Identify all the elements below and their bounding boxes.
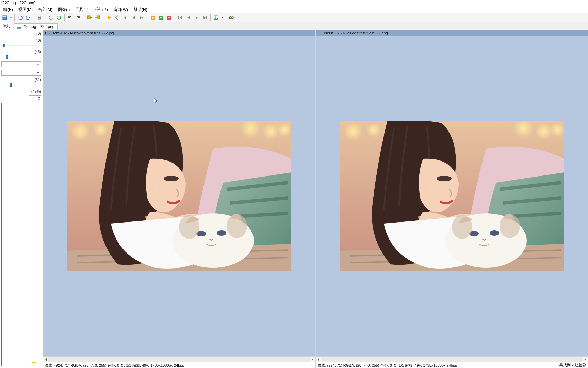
copy-left-icon[interactable] (86, 14, 93, 21)
side-tab-folder[interactable]: 件夹 (0, 22, 12, 30)
last-diff-icon[interactable] (201, 14, 208, 21)
play-icon[interactable] (105, 14, 112, 21)
align-right-icon[interactable] (75, 14, 82, 21)
spinner-down-icon[interactable] (37, 98, 41, 101)
save-dropdown[interactable] (10, 16, 12, 19)
right-path[interactable]: C:\Users\10250\Desktop\test files\222.pn… (316, 30, 588, 36)
diff-prev-icon[interactable] (158, 14, 164, 21)
scroll-right-icon[interactable] (310, 357, 315, 362)
right-image (340, 121, 564, 271)
scroll-right-icon[interactable] (583, 357, 588, 362)
side-panel: × (12) (40) (45) (51) (49%) (0, 30, 43, 368)
svg-point-24 (231, 17, 233, 19)
diff-toggle-icon[interactable] (166, 14, 173, 21)
menu-tools[interactable]: 工具(T) (72, 6, 91, 13)
svg-rect-6 (68, 17, 70, 18)
slider-4[interactable] (1, 82, 41, 87)
align-left-icon[interactable] (67, 14, 74, 21)
svg-point-44 (366, 122, 381, 137)
page-spinner[interactable] (1, 95, 41, 101)
print-icon[interactable] (36, 14, 43, 21)
save-icon[interactable] (1, 14, 8, 21)
svg-point-55 (452, 215, 472, 239)
menu-merge[interactable]: 合并(M) (35, 6, 55, 13)
diff-marker-icon (32, 362, 36, 363)
menu-bar: 辑(E) 视图(M) 合并(M) 图像(I) 工具(T) 插件(P) 窗口(W)… (0, 6, 588, 13)
image-settings-dropdown[interactable] (221, 16, 224, 19)
tab-bar: 件夹 222.jpg - 222.png (0, 22, 588, 30)
right-image-viewport[interactable] (316, 36, 588, 356)
toolbar (0, 13, 588, 22)
right-h-scrollbar[interactable] (316, 356, 588, 362)
first-diff-icon[interactable] (177, 14, 184, 21)
svg-rect-1 (3, 16, 6, 17)
svg-rect-14 (134, 16, 135, 19)
svg-point-51 (429, 188, 431, 190)
spinner-up-icon[interactable] (37, 96, 41, 98)
svg-point-36 (156, 188, 158, 190)
menu-window[interactable]: 窗口(W) (111, 6, 131, 13)
svg-point-29 (93, 122, 108, 137)
refresh-right-icon[interactable] (55, 14, 62, 21)
svg-rect-11 (87, 16, 90, 19)
left-image-viewport[interactable] (43, 36, 315, 356)
next-diff-icon[interactable] (193, 14, 200, 21)
menu-edit[interactable]: 辑(E) (1, 6, 16, 13)
svg-point-32 (262, 123, 279, 140)
param-value-5: (49%) (31, 89, 41, 93)
spinner-input[interactable] (29, 95, 37, 101)
left-pane: C:\Users\10250\Desktop\test files\222.jp… (43, 30, 315, 368)
svg-point-39 (217, 230, 226, 236)
scroll-left-icon[interactable] (43, 357, 48, 362)
file-tab[interactable]: 222.jpg - 222.png (14, 23, 58, 30)
menu-image[interactable]: 图像(I) (55, 6, 72, 13)
redo-icon[interactable] (25, 14, 32, 21)
svg-point-22 (215, 16, 216, 18)
title-bar: [222.jpg - 222.png] — (0, 0, 588, 6)
mouse-cursor-icon (154, 98, 158, 104)
svg-rect-9 (78, 17, 80, 18)
slider-3[interactable] (1, 55, 41, 59)
svg-rect-12 (97, 16, 100, 19)
close-panel-icon[interactable]: × (39, 31, 41, 35)
work-area: × (12) (40) (45) (51) (49%) (0, 30, 588, 368)
svg-rect-8 (77, 16, 80, 17)
param-value-3: (45) (34, 50, 41, 54)
comparison-area: C:\Users\10250\Desktop\test files\222.jp… (43, 30, 588, 368)
location-preview[interactable] (1, 103, 41, 366)
left-info: 像素: (924, 71) RGBA: (26, 7, 0, 255) 色距: … (43, 362, 315, 368)
menu-plugins[interactable]: 插件(P) (92, 6, 111, 13)
window-title: [222.jpg - 222.png] (1, 0, 35, 6)
link-icon[interactable] (228, 14, 235, 21)
svg-point-35 (164, 176, 179, 181)
prev-diff-icon[interactable] (185, 14, 192, 21)
copy-right-icon[interactable] (94, 14, 101, 21)
undo-icon[interactable] (17, 14, 23, 21)
param-value-2: (40) (34, 38, 41, 42)
combo-1[interactable] (1, 61, 41, 67)
param-value-4: (51) (34, 78, 41, 82)
left-h-scrollbar[interactable] (43, 356, 315, 362)
image-settings-icon[interactable] (213, 14, 219, 21)
slider-2[interactable] (1, 43, 41, 48)
diff-next-icon[interactable] (149, 14, 156, 21)
prev-icon[interactable] (122, 14, 129, 21)
svg-point-56 (500, 214, 520, 238)
svg-rect-19 (178, 16, 179, 19)
fast-forward-icon[interactable] (138, 14, 145, 21)
minimize-button[interactable]: — (574, 0, 588, 6)
left-path[interactable]: C:\Users\10250\Desktop\test files\222.jp… (43, 30, 315, 36)
svg-point-28 (71, 122, 90, 141)
right-info: 像素: (924, 71) RGBA: (26, 7, 0, 255) 色距: … (316, 362, 588, 368)
next-icon[interactable] (130, 14, 137, 21)
back-icon[interactable] (114, 14, 120, 21)
menu-help[interactable]: 帮助(H) (131, 6, 150, 13)
menu-view[interactable]: 视图(M) (16, 6, 35, 13)
svg-rect-3 (38, 16, 40, 17)
svg-point-43 (344, 122, 363, 141)
svg-point-18 (168, 17, 170, 18)
svg-point-47 (535, 123, 552, 140)
combo-2[interactable] (1, 70, 41, 76)
scroll-left-icon[interactable] (316, 357, 321, 362)
refresh-left-icon[interactable] (47, 14, 54, 21)
